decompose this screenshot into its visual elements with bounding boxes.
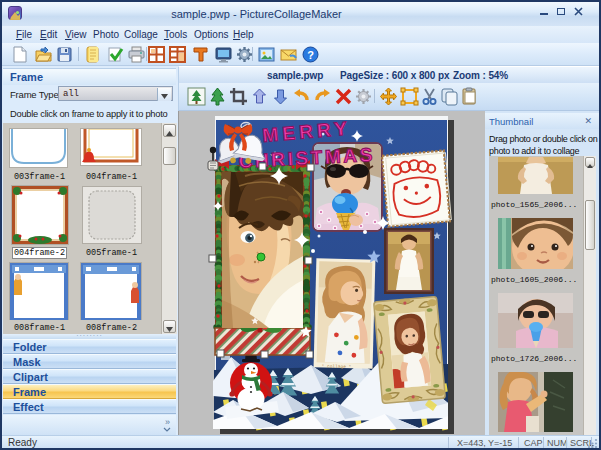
svg-text:* collage *: * collage * bbox=[322, 363, 352, 369]
svg-text:?: ? bbox=[307, 49, 314, 61]
